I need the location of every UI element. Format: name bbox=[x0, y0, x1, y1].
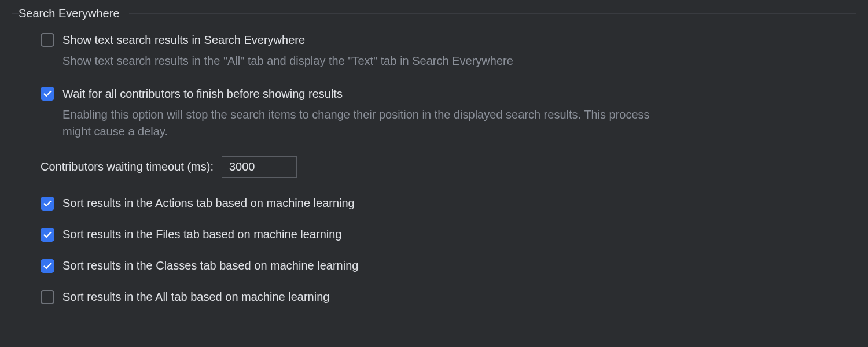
checkbox-sort-all[interactable] bbox=[41, 290, 54, 304]
option-sort-all: Sort results in the All tab based on mac… bbox=[41, 289, 856, 305]
check-icon bbox=[43, 230, 52, 239]
timeout-row: Contributors waiting timeout (ms): bbox=[41, 156, 856, 178]
option-sort-files: Sort results in the Files tab based on m… bbox=[41, 226, 856, 242]
option-sort-actions: Sort results in the Actions tab based on… bbox=[41, 195, 856, 211]
option-sort-classes: Sort results in the Classes tab based on… bbox=[41, 257, 856, 274]
label-sort-all: Sort results in the All tab based on mac… bbox=[62, 289, 329, 305]
description-show-text-search: Show text search results in the "All" ta… bbox=[62, 53, 653, 69]
checkbox-sort-actions[interactable] bbox=[41, 197, 54, 211]
label-sort-actions: Sort results in the Actions tab based on… bbox=[62, 195, 355, 211]
search-everywhere-fieldset: Search Everywhere Show text search resul… bbox=[12, 7, 856, 320]
checkbox-sort-files[interactable] bbox=[41, 228, 54, 242]
option-show-text-search: Show text search results in Search Every… bbox=[41, 32, 856, 69]
check-icon bbox=[43, 199, 52, 208]
checkbox-sort-classes[interactable] bbox=[41, 259, 54, 273]
label-wait-contributors: Wait for all contributors to finish befo… bbox=[62, 86, 343, 102]
description-wait-contributors: Enabling this option will stop the searc… bbox=[62, 106, 653, 140]
group-title: Search Everywhere bbox=[19, 7, 129, 20]
checkbox-show-text-search[interactable] bbox=[41, 33, 54, 47]
label-timeout: Contributors waiting timeout (ms): bbox=[41, 160, 214, 174]
label-show-text-search: Show text search results in Search Every… bbox=[62, 32, 305, 48]
check-icon bbox=[43, 261, 52, 271]
checkbox-wait-contributors[interactable] bbox=[41, 87, 54, 101]
check-icon bbox=[43, 89, 52, 98]
label-sort-classes: Sort results in the Classes tab based on… bbox=[62, 257, 358, 274]
input-timeout[interactable] bbox=[222, 156, 297, 178]
option-wait-contributors: Wait for all contributors to finish befo… bbox=[41, 86, 856, 140]
label-sort-files: Sort results in the Files tab based on m… bbox=[62, 226, 342, 242]
group-content: Show text search results in Search Every… bbox=[12, 20, 856, 305]
